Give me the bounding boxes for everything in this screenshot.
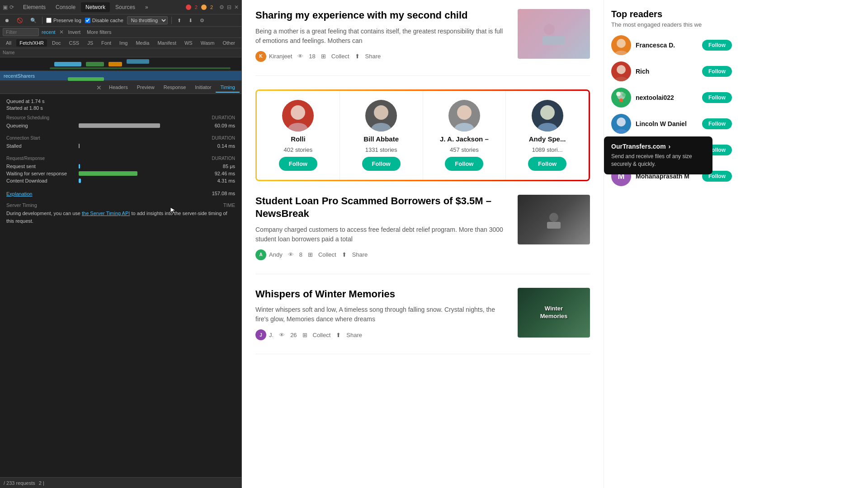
error-count: 2: [195, 5, 198, 10]
filter-input[interactable]: [3, 28, 39, 36]
started-at-row: Started at 1.80 s: [6, 105, 235, 111]
follow-btn-jackson[interactable]: Follow: [445, 157, 483, 171]
svg-point-8: [540, 105, 555, 120]
readers-carousel: Rolli 402 stories Follow Bill Abbate 133…: [255, 89, 590, 181]
follow-btn-bill[interactable]: Follow: [362, 157, 401, 171]
article-title-1: Sharing my experience with my second chi…: [255, 9, 509, 22]
size-indicator: 2 |: [39, 480, 44, 486]
collect-link-3[interactable]: Collect: [313, 332, 331, 338]
author-name-3[interactable]: J.: [269, 332, 274, 338]
reader-stories-jackson: 457 stories: [450, 146, 479, 153]
type-fetch-xhr[interactable]: Fetch/XHR: [16, 39, 47, 47]
preserve-log-checkbox[interactable]: [46, 18, 52, 23]
server-timing-section: Server Timing TIME During development, y…: [6, 202, 235, 225]
tab-elements[interactable]: Elements: [19, 2, 50, 12]
sidebar-avatar-lincoln: [611, 114, 631, 134]
sidebar-name-nextoolai: nextoolai022: [636, 94, 698, 101]
disable-cache-text: Disable cache: [92, 18, 123, 23]
collect-icon-1: ⊞: [321, 53, 326, 60]
type-wasm[interactable]: Wasm: [198, 39, 218, 47]
svg-point-10: [549, 213, 558, 222]
dock-icon[interactable]: ⊟: [227, 4, 231, 10]
import-button[interactable]: ⬆: [175, 17, 183, 24]
article-text-2: Student Loan Pro Scammed Borrowers of $3…: [255, 195, 509, 260]
article-title-2: Student Loan Pro Scammed Borrowers of $3…: [255, 195, 509, 221]
explanation-link[interactable]: Explanation: [6, 191, 33, 197]
share-link-3[interactable]: Share: [346, 332, 362, 338]
type-ws[interactable]: WS: [181, 39, 196, 47]
detail-tab-headers[interactable]: Headers: [104, 83, 132, 93]
clear-filter-icon[interactable]: ✕: [59, 29, 64, 35]
reader-stories-bill: 1331 stories: [365, 146, 397, 153]
article-image-2: [518, 195, 590, 244]
svg-point-12: [617, 39, 626, 48]
settings-icon[interactable]: ⚙: [219, 4, 224, 10]
clear-button[interactable]: 🚫: [15, 17, 25, 24]
invert-button[interactable]: Invert: [66, 28, 83, 36]
more-filters-button[interactable]: More filters: [85, 28, 113, 36]
share-link-2[interactable]: Share: [352, 251, 368, 258]
type-img[interactable]: Img: [116, 39, 131, 47]
author-name-1[interactable]: Kiranjeet: [269, 53, 292, 60]
follow-btn-andy[interactable]: Follow: [528, 157, 566, 171]
tab-more[interactable]: »: [141, 2, 153, 12]
svg-point-7: [454, 123, 474, 131]
article-author-2: A Andy: [255, 249, 283, 260]
collect-link-1[interactable]: Collect: [331, 53, 349, 60]
sidebar-img-lincoln: [611, 114, 631, 134]
article-card-2: Student Loan Pro Scammed Borrowers of $3…: [255, 195, 590, 274]
tab-console[interactable]: Console: [51, 2, 80, 12]
follow-btn-francesca[interactable]: Follow: [702, 40, 732, 51]
detail-tab-initiator[interactable]: Initiator: [190, 83, 216, 93]
sidebar-name-francesca: Francesca D.: [636, 42, 698, 49]
article-author-1: K Kiranjeet: [255, 51, 292, 62]
throttling-select[interactable]: No throttling: [127, 16, 168, 24]
type-other[interactable]: Other: [219, 39, 238, 47]
follow-btn-rolli[interactable]: Follow: [279, 157, 317, 171]
type-manifest[interactable]: Manifest: [154, 39, 179, 47]
waiting-row: Waiting for server response 92.46 ms: [6, 171, 235, 176]
tab-network[interactable]: Network: [81, 2, 110, 12]
type-all[interactable]: All: [3, 39, 14, 47]
type-css[interactable]: CSS: [66, 39, 83, 47]
reader-avatar-bill: [365, 100, 397, 131]
share-link-1[interactable]: Share: [365, 53, 381, 60]
ad-title-text[interactable]: OurTransfers.com: [611, 143, 666, 150]
follow-btn-lincoln[interactable]: Follow: [702, 118, 732, 129]
detail-tab-timing[interactable]: Timing: [216, 83, 240, 93]
main-content: Sharing my experience with my second chi…: [242, 0, 868, 488]
status-bar: / 233 requests 2 |: [0, 477, 241, 488]
record-button[interactable]: ⏺: [3, 17, 11, 24]
disable-cache-checkbox[interactable]: [85, 18, 90, 23]
detail-close-btn[interactable]: ✕: [94, 84, 104, 91]
settings-network-button[interactable]: ⚙: [198, 17, 206, 24]
wf-bar-2: [86, 62, 104, 66]
reader-img-andy: [532, 100, 563, 131]
type-js[interactable]: JS: [84, 39, 96, 47]
article-card-3: Whispers of Winter Memories Winter whisp…: [255, 288, 590, 355]
stalled-label: Stalled: [6, 143, 79, 149]
sidebar-avatar-rich: [611, 61, 631, 81]
resource-scheduling-section: Resource Scheduling DURATION Queueing 60…: [6, 115, 235, 128]
type-doc[interactable]: Doc: [49, 39, 64, 47]
tab-sources[interactable]: Sources: [111, 2, 140, 12]
follow-btn-nextoolai[interactable]: Follow: [702, 92, 732, 103]
svg-point-21: [617, 117, 626, 127]
export-button[interactable]: ⬇: [187, 17, 194, 24]
server-timing-title-label: Server Timing: [6, 202, 37, 208]
svg-point-5: [371, 123, 391, 131]
search-button[interactable]: 🔍: [28, 17, 38, 24]
collect-link-2[interactable]: Collect: [318, 251, 336, 258]
detail-tab-preview[interactable]: Preview: [132, 83, 159, 93]
server-timing-api-link[interactable]: the Server Timing API: [82, 211, 130, 216]
devtools-icon-2: ⟳: [9, 4, 14, 10]
type-media[interactable]: Media: [132, 39, 152, 47]
type-font[interactable]: Font: [98, 39, 114, 47]
detail-tab-response[interactable]: Response: [159, 83, 191, 93]
follow-btn-rich[interactable]: Follow: [702, 66, 732, 77]
reader-avatar-rolli: [282, 100, 314, 131]
author-name-2[interactable]: Andy: [269, 251, 283, 258]
close-icon[interactable]: ✕: [234, 4, 239, 10]
network-row-recent-sharers[interactable]: recentSharers: [0, 71, 241, 81]
time-label: TIME: [223, 202, 235, 208]
